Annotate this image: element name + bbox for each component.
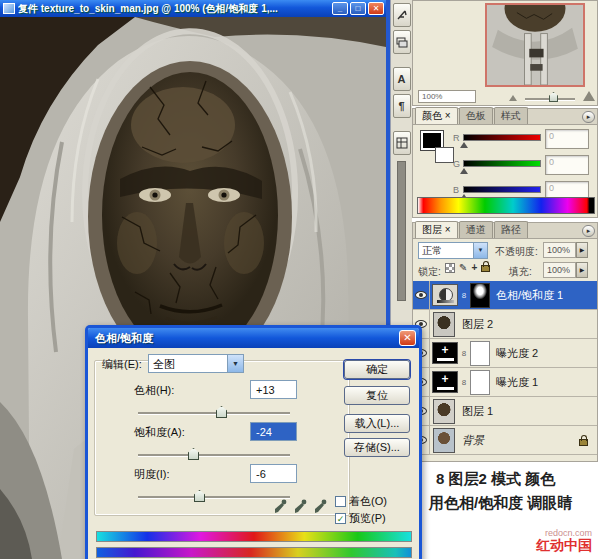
close-button[interactable]: ✕ (368, 2, 384, 15)
layer-name[interactable]: 曝光度 1 (492, 375, 538, 390)
layer-row-exposure2[interactable]: 8 曝光度 2 (413, 339, 597, 368)
dock-spine[interactable] (397, 161, 406, 301)
fill-input[interactable]: 100% ▶ (543, 262, 576, 278)
document-title: 复件 texture_to_skin_man.jpg @ 100% (色相/饱和… (18, 2, 330, 16)
green-slider-marker[interactable] (460, 168, 468, 174)
tab-channels[interactable]: 通道 (459, 221, 493, 238)
edit-label: 编辑(E): (102, 357, 142, 372)
watermark-name: 红动中国 (536, 538, 592, 553)
navigator-slider-thumb[interactable] (549, 92, 558, 102)
color-panel-menu-button[interactable]: ▸ (582, 111, 595, 123)
tab-layers[interactable]: 图层 × (415, 221, 458, 238)
slice-tool-button[interactable] (393, 3, 411, 27)
exposure-adjustment-thumbnail[interactable] (432, 342, 458, 364)
blend-mode-select[interactable]: 正常 ▼ (418, 242, 488, 259)
document-titlebar[interactable]: 复件 texture_to_skin_man.jpg @ 100% (色相/饱和… (0, 0, 386, 17)
stacked-palettes-icon (396, 36, 408, 48)
tab-styles[interactable]: 样式 (494, 107, 528, 124)
zoom-in-icon[interactable] (583, 91, 595, 101)
tab-color[interactable]: 颜色 × (415, 107, 458, 124)
red-value-input[interactable]: 0 (545, 129, 589, 149)
fill-label: 填充: (509, 265, 532, 279)
layer-row-background[interactable]: 背景 (413, 426, 597, 455)
maximize-button[interactable]: □ (350, 2, 366, 15)
dialog-titlebar[interactable]: 色相/饱和度 ✕ (88, 328, 419, 348)
dialog-close-button[interactable]: ✕ (399, 330, 416, 346)
layer-comps-button[interactable] (393, 131, 411, 155)
layer-name[interactable]: 色相/饱和度 1 (492, 288, 563, 303)
layer-name[interactable]: 图层 1 (458, 404, 493, 419)
layer-list: 8 色相/饱和度 1 图层 2 8 曝光度 2 8 曝光度 (413, 281, 597, 455)
lock-position-icon[interactable]: + (471, 263, 477, 273)
hue-saturation-adjustment-thumbnail[interactable] (432, 284, 458, 306)
lock-transparency-icon[interactable] (445, 263, 455, 273)
layer-thumbnail[interactable] (433, 399, 455, 424)
eyedropper-minus-icon[interactable] (314, 498, 327, 514)
visibility-toggle[interactable] (413, 281, 430, 309)
character-palette-button[interactable]: A (393, 67, 411, 91)
layer-name[interactable]: 背景 (458, 433, 484, 448)
paragraph-palette-button[interactable]: ¶ (393, 94, 411, 118)
fill-spinner-icon[interactable]: ▶ (576, 262, 588, 278)
edit-channel-select[interactable]: 全图 ▼ (148, 354, 244, 373)
green-slider[interactable] (463, 160, 541, 167)
color-spectrum-ramp[interactable] (417, 197, 595, 214)
green-value-input[interactable]: 0 (545, 155, 589, 175)
tab-swatches[interactable]: 色板 (459, 107, 493, 124)
green-slider-label: G (453, 159, 460, 169)
lightness-slider[interactable] (138, 496, 290, 498)
opacity-input[interactable]: 100% ▶ (543, 242, 576, 258)
saturation-slider[interactable] (138, 454, 290, 456)
layer-name[interactable]: 图层 2 (458, 317, 493, 332)
preview-checkbox[interactable]: ✓ (335, 513, 346, 524)
layer-row-hue-saturation[interactable]: 8 色相/饱和度 1 (413, 281, 597, 310)
layers-panel-menu-button[interactable]: ▸ (582, 225, 595, 237)
colorize-checkbox[interactable] (335, 496, 346, 507)
reset-button[interactable]: 复位 (344, 386, 410, 405)
red-slider-marker[interactable] (460, 142, 468, 148)
layer-thumbnail[interactable] (433, 312, 455, 337)
zoom-out-icon[interactable] (509, 95, 517, 101)
preview-checkbox-row[interactable]: ✓ 预览(P) (335, 511, 386, 526)
save-button[interactable]: 存储(S)... (344, 438, 410, 457)
hue-slider[interactable] (138, 412, 290, 414)
ok-button[interactable]: 确定 (344, 360, 410, 379)
lock-paint-icon[interactable]: ✎ (459, 263, 467, 273)
hue-saturation-dialog: 色相/饱和度 ✕ 编辑(E): 全图 ▼ 色相(H): 饱和度(A): 明度(I… (85, 325, 422, 559)
blend-opacity-row: 正常 ▼ 不透明度: 100% ▶ (413, 240, 597, 261)
colorize-label: 着色(O) (349, 494, 387, 509)
layer-row-exposure1[interactable]: 8 曝光度 1 (413, 368, 597, 397)
colorize-checkbox-row[interactable]: 着色(O) (335, 494, 387, 509)
green-slider-row: G 0 (413, 157, 597, 177)
palette-well-button[interactable] (393, 30, 411, 54)
load-button[interactable]: 载入(L)... (344, 414, 410, 433)
red-slider[interactable] (463, 134, 541, 141)
mask-link-icon: 8 (460, 291, 468, 300)
lock-all-icon[interactable] (481, 265, 490, 272)
minimize-button[interactable]: _ (332, 2, 348, 15)
layer-row-layer1[interactable]: 图层 1 (413, 397, 597, 426)
saturation-input[interactable] (250, 422, 297, 441)
eyedropper-icon[interactable] (274, 498, 287, 514)
lightness-input[interactable] (250, 464, 297, 483)
hue-ramp-before (96, 531, 412, 542)
blue-slider[interactable] (463, 186, 541, 193)
layer-mask-thumbnail[interactable] (470, 370, 490, 395)
hue-input[interactable] (250, 380, 297, 399)
layers-panel-tabs: 图层 × 通道 路径 ▸ (413, 223, 597, 239)
eyedropper-plus-icon[interactable] (294, 498, 307, 514)
exposure-adjustment-thumbnail[interactable] (432, 371, 458, 393)
navigator-proxy-view[interactable] (485, 3, 585, 87)
layer-row-layer2[interactable]: 图层 2 (413, 310, 597, 339)
edit-channel-value: 全图 (153, 358, 175, 370)
opacity-spinner-icon[interactable]: ▶ (576, 242, 588, 258)
tab-paths[interactable]: 路径 (494, 221, 528, 238)
layers-panel: 图层 × 通道 路径 ▸ 正常 ▼ 不透明度: 100% ▶ 锁定: ✎ + (412, 222, 598, 462)
background-lock-icon (579, 439, 588, 446)
layer-thumbnail[interactable] (433, 428, 455, 453)
layer-name[interactable]: 曝光度 2 (492, 346, 538, 361)
navigator-zoom-input[interactable]: 100% (418, 90, 476, 103)
layer-mask-thumbnail[interactable] (470, 341, 490, 366)
layer-mask-thumbnail[interactable] (470, 283, 490, 308)
document-icon (3, 3, 15, 14)
